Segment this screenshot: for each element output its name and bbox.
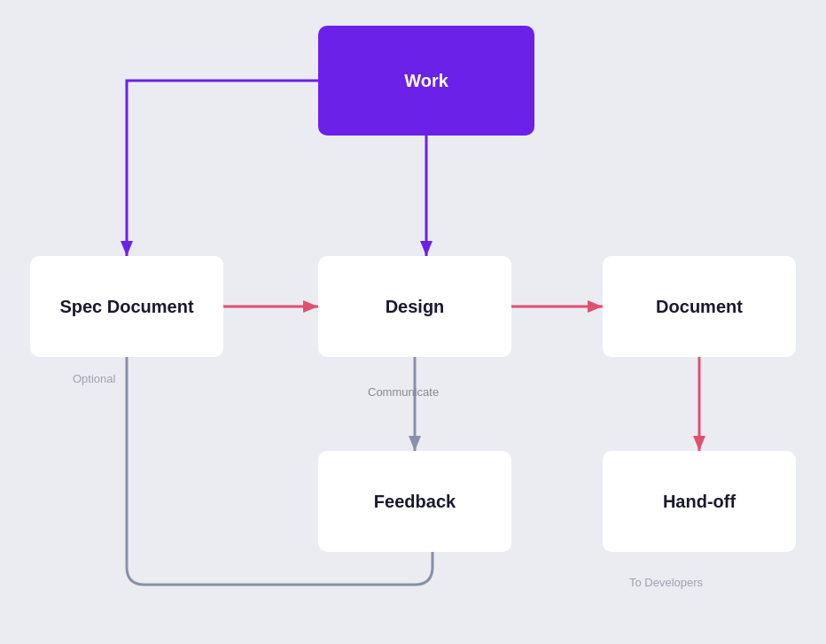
- svg-marker-6: [588, 300, 603, 313]
- feedback-label: Feedback: [374, 492, 456, 512]
- design-box: Design: [318, 256, 511, 357]
- svg-marker-8: [409, 436, 421, 451]
- work-box: Work: [318, 26, 534, 136]
- work-label: Work: [404, 71, 448, 91]
- developers-label: To Developers: [629, 576, 703, 589]
- svg-marker-4: [303, 300, 318, 313]
- communicate-label: Communicate: [368, 385, 439, 399]
- svg-marker-10: [693, 436, 705, 451]
- feedback-box: Feedback: [318, 451, 511, 552]
- optional-label: Optional: [73, 372, 115, 385]
- diagram-container: Work Spec Document Design Document Feedb…: [0, 0, 826, 644]
- svg-marker-2: [121, 241, 133, 256]
- svg-marker-1: [420, 241, 432, 256]
- spec-box: Spec Document: [30, 256, 223, 357]
- handoff-box: Hand-off: [603, 451, 796, 552]
- document-box: Document: [603, 256, 796, 357]
- spec-label: Spec Document: [59, 297, 193, 317]
- design-label: Design: [386, 297, 445, 317]
- handoff-label: Hand-off: [663, 492, 736, 512]
- document-label: Document: [656, 297, 743, 317]
